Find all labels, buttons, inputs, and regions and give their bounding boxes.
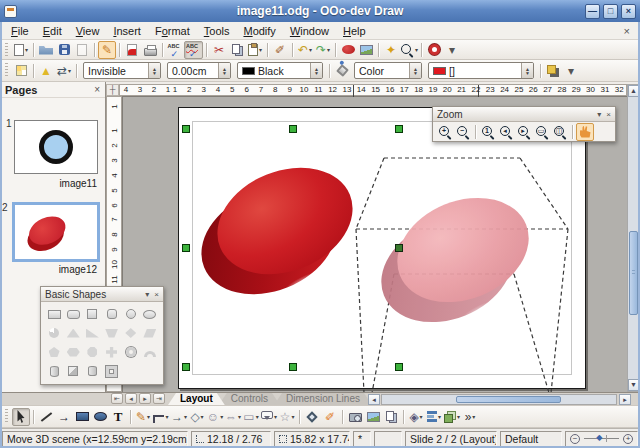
clone-formatting-icon[interactable] <box>382 408 400 426</box>
status-style[interactable]: Default <box>500 431 562 447</box>
shape-frame-icon[interactable] <box>102 362 120 380</box>
help-icon[interactable] <box>425 41 443 59</box>
navigator-icon[interactable]: ✦ <box>382 41 400 59</box>
shape-square-icon[interactable] <box>83 305 101 323</box>
line-icon[interactable] <box>37 408 55 426</box>
line-style-stepper[interactable]: ▲▼ <box>148 63 160 78</box>
shape-cube-icon[interactable] <box>64 362 82 380</box>
zoom-100-icon[interactable]: 1 <box>479 123 497 141</box>
selection-handle[interactable] <box>183 126 190 133</box>
zoom-palette[interactable]: Zoom ▾ × +−1◂▸▭◫ <box>432 106 616 142</box>
edit-file-icon[interactable]: ✎ <box>98 41 116 59</box>
area-fill-type-select[interactable]: Color▲▼ <box>354 62 422 79</box>
format-paintbrush-icon[interactable]: ✐ <box>271 41 289 59</box>
shape-regular-pentagon-icon[interactable] <box>45 343 63 361</box>
selection-handle[interactable] <box>396 126 403 133</box>
line-width-select[interactable]: 0.00cm▲▼ <box>167 62 231 79</box>
menu-help[interactable]: Help <box>336 24 373 38</box>
titlebar[interactable]: image11.odg - OOo-dev Draw — □ × <box>0 0 640 22</box>
open-document-icon[interactable] <box>37 41 55 59</box>
menu-insert[interactable]: Insert <box>106 24 148 38</box>
lines-arrows-icon[interactable]: →▾ <box>170 408 188 426</box>
document-close-icon[interactable]: × <box>618 25 636 37</box>
insert-picture-icon[interactable] <box>346 408 364 426</box>
zoom-icon[interactable]: ▾ <box>400 41 418 59</box>
selection-handle[interactable] <box>396 364 403 371</box>
spellcheck-icon[interactable] <box>166 41 184 59</box>
arrow-style-dropdown-icon[interactable]: ▾ <box>68 67 71 74</box>
toolbar-grip[interactable] <box>5 43 8 56</box>
shadow-icon[interactable] <box>544 62 562 80</box>
line-style-select[interactable]: Invisible▲▼ <box>83 62 161 79</box>
print-icon[interactable] <box>141 41 159 59</box>
tab-controls[interactable]: Controls <box>219 393 280 405</box>
menu-file[interactable]: File <box>4 24 36 38</box>
shape-block-arc-icon[interactable] <box>141 343 159 361</box>
chart-icon[interactable] <box>339 41 357 59</box>
previous-page-icon[interactable]: ◂ <box>125 393 137 404</box>
shape-diamond-icon[interactable] <box>122 324 140 342</box>
menu-view[interactable]: View <box>69 24 107 38</box>
curve-icon[interactable]: ✎▾ <box>134 408 152 426</box>
toolbar-grip[interactable] <box>5 409 8 424</box>
pages-panel-close-icon[interactable]: × <box>94 84 100 95</box>
flowchart-dropdown-icon[interactable]: ▾ <box>256 413 259 420</box>
stars-icon[interactable]: ☆▾ <box>278 408 296 426</box>
zoom-previous-icon[interactable]: ◂ <box>497 123 515 141</box>
block-arrows-icon[interactable]: ⇔▾ <box>224 408 242 426</box>
page-thumbnail-image12[interactable] <box>12 202 100 262</box>
red-3d-disc[interactable] <box>185 148 368 313</box>
line-width-stepper[interactable]: ▲▼ <box>218 63 230 78</box>
shape-trapezoid-icon[interactable] <box>102 324 120 342</box>
line-color-select[interactable]: Black▲▼ <box>237 62 323 79</box>
menu-modify[interactable]: Modify <box>236 24 282 38</box>
lines-arrows-dropdown-icon[interactable]: ▾ <box>184 413 187 420</box>
selection-handle[interactable] <box>396 245 403 252</box>
menu-format[interactable]: Format <box>148 24 197 38</box>
arrange-icon[interactable]: ▾ <box>443 408 461 426</box>
shape-cross-icon[interactable] <box>102 343 120 361</box>
zoom-out-icon[interactable]: − <box>570 434 580 444</box>
toolbar-options-icon[interactable]: ▾ <box>562 62 580 80</box>
scroll-right-icon[interactable]: ▸ <box>619 394 631 405</box>
select-icon[interactable] <box>12 408 30 426</box>
zoom-dropdown-icon[interactable]: ▾ <box>415 46 418 53</box>
flowchart-icon[interactable]: ▭▾ <box>242 408 260 426</box>
tab-layout[interactable]: Layout <box>168 393 225 405</box>
horizontal-scrollbar[interactable] <box>381 394 617 405</box>
export-pdf-icon[interactable] <box>123 41 141 59</box>
maximize-button[interactable]: □ <box>603 4 618 19</box>
arrow-style-icon[interactable]: ⇄▾ <box>55 62 73 80</box>
show-grid-icon[interactable] <box>12 62 30 80</box>
palette-close-icon[interactable]: × <box>154 290 159 299</box>
connector-dropdown-icon[interactable]: ▾ <box>165 413 168 420</box>
text-icon[interactable]: T <box>109 408 127 426</box>
ellipse-icon[interactable] <box>91 408 109 426</box>
shape-hexagon-icon[interactable] <box>64 343 82 361</box>
vertical-scrollbar-thumb[interactable] <box>629 231 638 315</box>
glue-points-icon[interactable]: ✐ <box>321 408 339 426</box>
alignment-icon[interactable]: ▾ <box>425 408 443 426</box>
effects-dropdown-icon[interactable]: ▾ <box>420 413 423 420</box>
line-ends-arrow-icon[interactable]: → <box>55 408 73 426</box>
shape-rounded-rectangle-icon[interactable] <box>64 305 82 323</box>
tab-dimension-lines[interactable]: Dimension Lines <box>274 393 372 405</box>
zoom-slider[interactable]: − ◆ + <box>565 431 638 447</box>
rectangle-icon[interactable] <box>73 408 91 426</box>
selection-handle[interactable] <box>290 364 297 371</box>
save-document-icon[interactable] <box>55 41 73 59</box>
basic-shapes-palette[interactable]: Basic Shapes ▾ × <box>40 286 164 385</box>
status-slide[interactable]: Slide 2 / 2 (Layout) <box>405 431 497 447</box>
shape-right-triangle-icon[interactable] <box>83 324 101 342</box>
zoom-out-icon[interactable]: − <box>454 123 472 141</box>
arrange-dropdown-icon[interactable]: ▾ <box>457 413 460 420</box>
shape-parallelogram-icon[interactable] <box>141 324 159 342</box>
palette-close-icon[interactable]: × <box>606 110 611 119</box>
block-arrows-dropdown-icon[interactable]: ▾ <box>238 413 241 420</box>
palette-menu-icon[interactable]: ▾ <box>145 290 149 299</box>
status-position[interactable]: 12.18 / 2.76 <box>191 431 271 447</box>
paste-dropdown-icon[interactable]: ▾ <box>259 46 262 53</box>
auto-spellcheck-icon[interactable] <box>184 41 203 59</box>
shape-rectangle-icon[interactable] <box>45 305 63 323</box>
connector-icon[interactable]: ▾ <box>152 408 170 426</box>
